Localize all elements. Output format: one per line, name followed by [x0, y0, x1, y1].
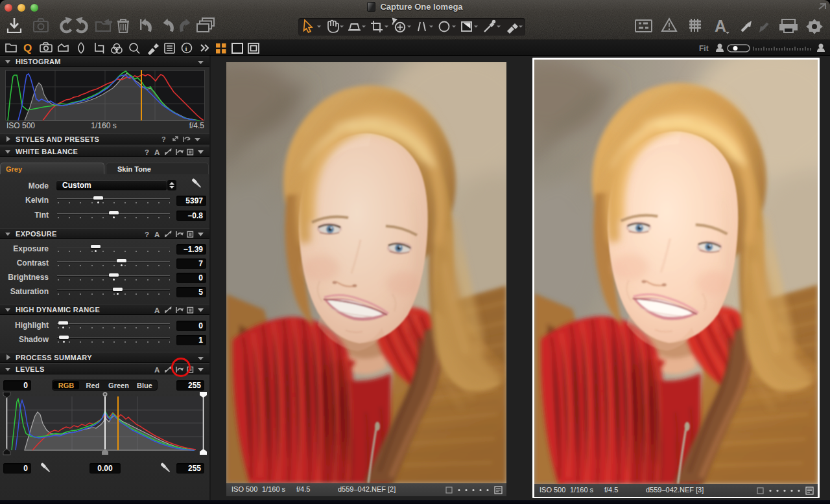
svg-text:A: A	[154, 366, 160, 374]
svg-text:Fit: Fit	[699, 44, 709, 53]
svg-text:?: ?	[145, 231, 149, 238]
svg-text:?: ?	[161, 135, 166, 143]
svg-text:?: ?	[145, 148, 149, 156]
svg-text:A: A	[154, 231, 160, 238]
svg-text:i: i	[185, 45, 187, 52]
svg-text:A: A	[154, 306, 160, 314]
svg-text:A: A	[715, 17, 726, 35]
svg-text:A: A	[154, 148, 160, 156]
svg-text:Q: Q	[23, 42, 32, 54]
